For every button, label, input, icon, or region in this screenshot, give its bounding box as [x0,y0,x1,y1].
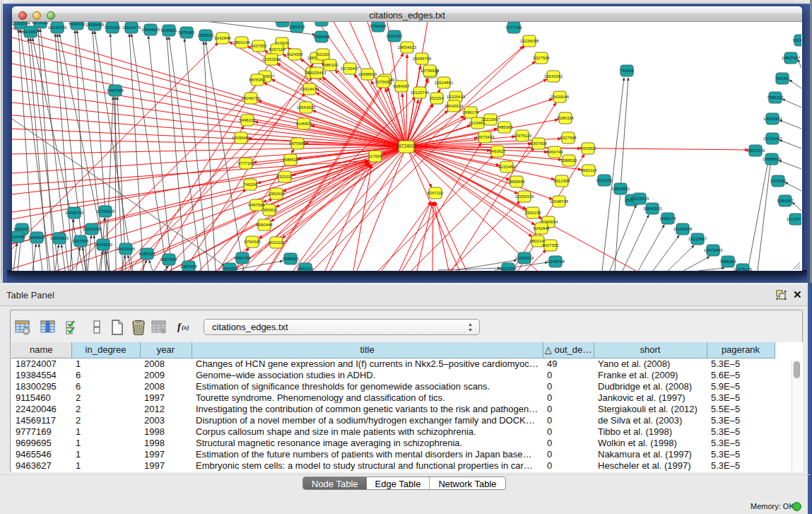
svg-text:7485063: 7485063 [719,259,736,264]
svg-text:9084067: 9084067 [393,84,410,88]
svg-text:9084067: 9084067 [777,199,794,203]
svg-text:18724007: 18724007 [396,144,417,148]
svg-text:1621022: 1621022 [386,34,403,38]
svg-text:23420046: 23420046 [117,247,136,251]
svg-text:2803144: 2803144 [233,40,250,45]
svg-text:1362615: 1362615 [268,192,285,196]
svg-text:252254: 252254 [430,96,445,100]
svg-text:9327508: 9327508 [160,257,177,262]
svg-text:15495756: 15495756 [65,211,84,215]
svg-text:18640910: 18640910 [643,206,662,211]
svg-text:13325419: 13325419 [447,95,466,99]
svg-text:5498222: 5498222 [239,118,256,122]
svg-text:10654925: 10654925 [297,105,316,110]
svg-text:7986322: 7986322 [767,95,784,100]
svg-text:9327508: 9327508 [560,136,577,140]
svg-text:9463627: 9463627 [489,149,506,153]
svg-text:13325419: 13325419 [630,197,649,201]
svg-text:9427552: 9427552 [250,44,267,48]
svg-text:13226058: 13226058 [520,39,539,43]
svg-text:16914479: 16914479 [300,87,319,91]
svg-text:8878352: 8878352 [249,78,266,82]
svg-text:7663822: 7663822 [579,146,596,151]
svg-text:9960114: 9960114 [298,267,314,271]
svg-text:9960114: 9960114 [581,168,598,173]
svg-text:8454749: 8454749 [234,256,251,260]
svg-text:8267110: 8267110 [428,191,445,195]
svg-text:13524851: 13524851 [611,187,630,191]
svg-text:62160: 62160 [777,76,789,81]
svg-text:8454749: 8454749 [546,150,563,154]
svg-text:1588520: 1588520 [560,158,577,163]
svg-text:6794028: 6794028 [244,240,261,244]
svg-text:2367608: 2367608 [180,264,197,269]
svg-text:10973493: 10973493 [704,248,723,252]
svg-text:16543362: 16543362 [544,74,563,78]
svg-text:12353594: 12353594 [262,57,281,62]
svg-text:7485063: 7485063 [496,125,513,129]
svg-text:9899695: 9899695 [28,235,45,240]
svg-text:8267110: 8267110 [269,47,286,52]
svg-text:9463627: 9463627 [13,227,30,231]
svg-text:10025453: 10025453 [763,117,782,121]
svg-text:2300235: 2300235 [524,211,541,215]
svg-text:12254319: 12254319 [515,194,534,199]
svg-text:1588520: 1588520 [282,158,299,162]
svg-text:8912954: 8912954 [500,267,517,271]
svg-text:1075692: 1075692 [770,179,787,183]
svg-text:10807487: 10807487 [782,56,801,60]
svg-text:746266: 746266 [620,69,635,73]
svg-text:6322037: 6322037 [276,175,293,179]
svg-text:117006: 117006 [368,154,382,158]
svg-text:12213967: 12213967 [481,117,500,122]
svg-text:(x): (x) [182,324,189,331]
svg-text:3624554: 3624554 [792,38,801,42]
svg-text:9115460: 9115460 [499,165,516,169]
svg-text:1588520: 1588520 [282,257,299,261]
svg-text:2367608: 2367608 [530,141,547,146]
svg-text:18640910: 18640910 [445,104,464,108]
svg-text:10756928: 10756928 [96,209,115,214]
svg-text:3624554: 3624554 [286,52,303,57]
svg-text:7955812: 7955812 [261,208,278,212]
svg-text:16120746: 16120746 [787,217,801,221]
svg-text:12353594: 12353594 [12,22,30,25]
svg-text:11548708: 11548708 [550,199,569,204]
svg-text:14099489: 14099489 [86,23,105,27]
svg-text:9427552: 9427552 [542,243,559,247]
svg-text:1588520: 1588520 [197,33,214,37]
svg-text:5875685: 5875685 [178,30,195,35]
svg-text:10973493: 10973493 [476,135,495,139]
svg-text:7625402: 7625402 [104,25,121,30]
svg-text:8990448: 8990448 [313,35,330,39]
svg-text:1696174: 1696174 [659,216,676,221]
svg-text:10688609: 10688609 [763,157,782,161]
svg-text:9777169: 9777169 [237,161,254,165]
svg-text:16046756: 16046756 [48,25,67,30]
svg-text:9242848: 9242848 [533,226,550,230]
svg-text:15720407: 15720407 [341,66,360,71]
svg-text:16543362: 16543362 [94,243,113,247]
svg-text:10756928: 10756928 [420,69,440,73]
svg-text:5875685: 5875685 [289,141,306,146]
svg-text:11548708: 11548708 [546,259,565,264]
svg-text:10654925: 10654925 [141,28,160,32]
svg-text:12213967: 12213967 [688,237,707,241]
svg-text:10688609: 10688609 [358,72,377,76]
svg-text:1696174: 1696174 [462,110,479,115]
svg-text:14099489: 14099489 [232,136,251,140]
svg-text:1362615: 1362615 [288,25,305,29]
svg-text:16154808: 16154808 [673,227,693,231]
svg-text:12975115: 12975115 [513,134,532,138]
svg-text:8186328: 8186328 [139,252,155,256]
svg-text:7986322: 7986322 [322,63,339,67]
svg-text:12254319: 12254319 [515,256,534,260]
svg-text:9242848: 9242848 [214,36,231,40]
svg-text:6322037: 6322037 [274,22,291,23]
svg-text:19166827: 19166827 [21,30,40,34]
svg-text:9146821: 9146821 [160,28,177,33]
svg-text:7955812: 7955812 [313,22,330,23]
svg-text:6497568: 6497568 [107,88,124,93]
svg-text:13226058: 13226058 [83,227,102,231]
svg-text:12975115: 12975115 [734,267,753,271]
